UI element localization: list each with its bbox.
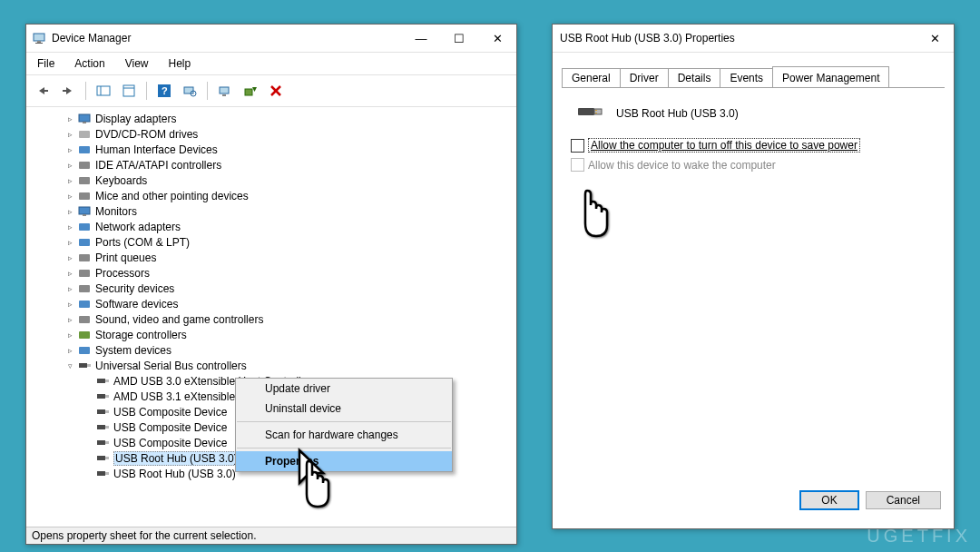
scan-hardware-button[interactable] bbox=[179, 80, 201, 102]
show-hide-tree-button[interactable] bbox=[93, 80, 114, 102]
tree-label: Software devices bbox=[95, 298, 178, 310]
expand-icon[interactable]: ▹ bbox=[64, 314, 75, 325]
expand-icon[interactable]: ▹ bbox=[64, 345, 75, 356]
menu-help[interactable]: Help bbox=[163, 55, 197, 72]
tree-label: Sound, video and game controllers bbox=[95, 313, 263, 326]
tree-node[interactable]: ▹Monitors bbox=[28, 203, 514, 219]
expand-icon[interactable] bbox=[83, 407, 93, 418]
tree-label: USB Composite Device bbox=[113, 421, 227, 434]
checkbox-allow-turnoff[interactable] bbox=[571, 139, 584, 153]
tree-label: USB Root Hub (USB 3.0) bbox=[113, 468, 236, 480]
device-icon bbox=[77, 173, 92, 188]
tree-node[interactable]: ▹IDE ATA/ATAPI controllers bbox=[28, 157, 514, 172]
expand-icon[interactable]: ▹ bbox=[64, 299, 75, 310]
tree-node[interactable]: ▹Storage controllers bbox=[28, 327, 514, 342]
expand-icon[interactable]: ▹ bbox=[64, 175, 75, 186]
tree-label: Processors bbox=[95, 267, 150, 280]
svg-rect-38 bbox=[97, 394, 105, 399]
ok-button[interactable]: OK bbox=[800, 491, 858, 509]
tree-node[interactable]: ▹Keyboards bbox=[28, 172, 514, 188]
expand-icon[interactable]: ▿ bbox=[64, 360, 75, 371]
expand-icon[interactable]: ▹ bbox=[64, 237, 75, 248]
uninstall-button[interactable] bbox=[240, 80, 261, 102]
dialog-close-button[interactable]: ✕ bbox=[916, 25, 954, 51]
context-menu-item[interactable]: Scan for hardware changes bbox=[236, 425, 452, 445]
context-menu: Update driverUninstall deviceScan for ha… bbox=[235, 378, 453, 472]
minimize-button[interactable]: — bbox=[402, 25, 440, 51]
tree-node[interactable]: ▿Universal Serial Bus controllers bbox=[28, 358, 514, 373]
expand-icon[interactable]: ▹ bbox=[64, 206, 75, 217]
device-icon bbox=[95, 405, 110, 419]
expand-icon[interactable]: ▹ bbox=[64, 113, 75, 124]
tree-node[interactable]: ▹Processors bbox=[28, 265, 514, 281]
forward-button[interactable] bbox=[57, 80, 79, 102]
tree-node[interactable]: ▹Network adapters bbox=[28, 219, 514, 234]
expand-icon[interactable] bbox=[83, 438, 93, 448]
tree-node[interactable]: ▹Sound, video and game controllers bbox=[28, 311, 514, 327]
expand-icon[interactable]: ▹ bbox=[64, 160, 75, 171]
expand-icon[interactable]: ▹ bbox=[64, 191, 75, 202]
properties-button[interactable] bbox=[118, 80, 140, 102]
titlebar[interactable]: Device Manager — ☐ ✕ bbox=[26, 25, 516, 53]
maximize-button[interactable]: ☐ bbox=[440, 25, 478, 51]
update-driver-button[interactable] bbox=[214, 80, 236, 102]
tree-node[interactable]: ▹Security devices bbox=[28, 281, 514, 296]
expand-icon[interactable]: ▹ bbox=[64, 330, 75, 340]
menu-file[interactable]: File bbox=[32, 55, 60, 72]
tree-node[interactable]: ▹System devices bbox=[28, 342, 514, 358]
tree-label: IDE ATA/ATAPI controllers bbox=[95, 159, 221, 172]
device-icon bbox=[77, 266, 92, 281]
context-menu-item[interactable]: Uninstall device bbox=[236, 399, 452, 419]
context-menu-item[interactable]: Properties bbox=[236, 451, 452, 471]
svg-rect-40 bbox=[97, 409, 105, 414]
expand-icon[interactable] bbox=[83, 468, 93, 479]
context-menu-item[interactable]: Update driver bbox=[236, 379, 452, 399]
expand-icon[interactable] bbox=[83, 422, 93, 433]
device-header: USB Root Hub (USB 3.0) bbox=[576, 103, 936, 123]
device-icon bbox=[95, 451, 110, 466]
tab-panel-power-management: USB Root Hub (USB 3.0) Allow the compute… bbox=[553, 88, 954, 482]
close-button[interactable]: ✕ bbox=[478, 25, 516, 51]
tab-power-management[interactable]: Power Management bbox=[772, 66, 889, 87]
tree-node[interactable]: ▹Display adapters bbox=[28, 111, 514, 126]
cancel-button[interactable]: Cancel bbox=[866, 491, 941, 509]
menu-action[interactable]: Action bbox=[69, 55, 110, 72]
svg-rect-49 bbox=[105, 472, 109, 475]
tree-label: Print queues bbox=[95, 251, 156, 264]
tab-details[interactable]: Details bbox=[668, 68, 721, 87]
checkbox-row-allow-turnoff[interactable]: Allow the computer to turn off this devi… bbox=[571, 138, 936, 153]
tab-events[interactable]: Events bbox=[720, 68, 773, 87]
expand-icon[interactable]: ▹ bbox=[64, 144, 75, 155]
expand-icon[interactable]: ▹ bbox=[64, 283, 75, 294]
tree-node[interactable]: ▹Human Interface Devices bbox=[28, 142, 514, 157]
tree-node[interactable]: ▹Mice and other pointing devices bbox=[28, 188, 514, 203]
expand-icon[interactable] bbox=[83, 391, 93, 402]
device-icon bbox=[77, 158, 92, 172]
expand-icon[interactable]: ▹ bbox=[64, 268, 75, 279]
svg-rect-43 bbox=[105, 426, 109, 429]
help-button[interactable]: ? bbox=[153, 80, 175, 102]
tree-label: Storage controllers bbox=[95, 329, 187, 341]
svg-rect-30 bbox=[79, 301, 90, 308]
svg-rect-42 bbox=[97, 425, 105, 429]
back-button[interactable] bbox=[32, 80, 54, 102]
dialog-titlebar[interactable]: USB Root Hub (USB 3.0) Properties ✕ bbox=[553, 25, 954, 53]
tree-node[interactable]: ▹Ports (COM & LPT) bbox=[28, 234, 514, 250]
tree-node[interactable]: ▹DVD/CD-ROM drives bbox=[28, 126, 514, 142]
expand-icon[interactable] bbox=[83, 453, 93, 464]
window-title: Device Manager bbox=[52, 32, 402, 44]
usb-plug-icon bbox=[576, 103, 605, 123]
tree-node[interactable]: ▹Software devices bbox=[28, 296, 514, 311]
svg-rect-20 bbox=[79, 162, 90, 169]
svg-rect-5 bbox=[123, 85, 134, 96]
menu-view[interactable]: View bbox=[120, 55, 154, 72]
expand-icon[interactable]: ▹ bbox=[64, 129, 75, 140]
expand-icon[interactable]: ▹ bbox=[64, 222, 75, 232]
expand-icon[interactable] bbox=[83, 376, 93, 387]
tab-driver[interactable]: Driver bbox=[620, 68, 669, 87]
tab-general[interactable]: General bbox=[562, 68, 621, 87]
disable-button[interactable] bbox=[265, 80, 287, 102]
device-tree[interactable]: ▹Display adapters▹DVD/CD-ROM drives▹Huma… bbox=[26, 107, 516, 541]
tree-node[interactable]: ▹Print queues bbox=[28, 250, 514, 265]
expand-icon[interactable]: ▹ bbox=[64, 252, 75, 263]
